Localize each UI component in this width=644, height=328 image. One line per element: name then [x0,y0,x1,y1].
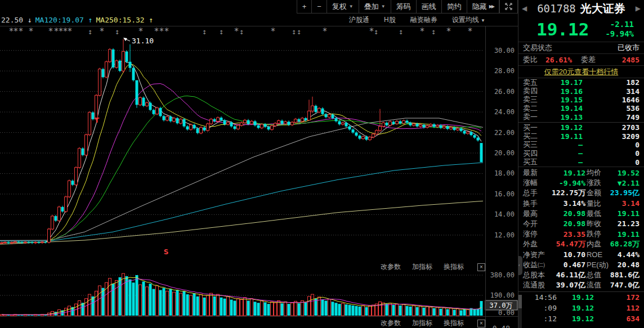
kline-chart[interactable]: 30.0028.0026.0024.0022.0020.0018.0016.00… [0,26,518,260]
toolbar-button-复权[interactable]: 复权▼ [327,0,359,13]
stat-内盘: 内盘68.28万 [585,239,644,249]
stat-value: 747.0亿 [610,280,639,290]
next-indicator-strip: 改参数加指标换指标× 0.48 [0,316,518,328]
link-H股[interactable]: H股 [384,15,396,25]
promo-row: 仅需20元查看十档行情 [518,65,644,78]
svg-text:37.0万: 37.0万 [490,302,513,309]
book-volume: 3209 [583,132,639,141]
tick-volume: 172 [609,293,639,302]
stat-ROE: ROE4.44% [585,249,644,259]
indicator-button-加指标[interactable]: 加指标 [412,318,432,328]
stat-金额: 金额23.95亿 [585,188,644,198]
book-row-卖四[interactable]: 卖四19.16314 [518,87,644,95]
stat-value: 19.11 [618,209,639,218]
price-block: 19.12 -2.11 -9.94% [518,17,644,42]
level2-promo-link[interactable]: 仅需20元查看十档行情 [544,67,618,77]
stat-PE(动): PE(动)20.48 [585,260,644,270]
toolbar-button-叠加[interactable]: 叠加▼ [359,0,391,13]
fullscreen-button[interactable] [499,0,518,13]
toolbar-button-筹码[interactable]: 筹码 [391,0,416,13]
svg-text:*: * [68,26,72,37]
stat-昨收: 昨收21.23 [585,219,644,229]
tick-list[interactable]: 14:5619.12172:0919.12112:1219.12634 [518,291,644,324]
close-indicator-icon[interactable]: × [477,320,485,327]
stat-label: 最低 [587,209,601,219]
volume-chart[interactable]: 380.00190.000.0037.0万 [0,260,518,316]
ma-label: 22.50 ↓ [1,16,32,24]
book-price: 19.17 [542,78,583,87]
book-row-卖二[interactable]: 卖二19.14536 [518,104,644,113]
book-price: — [542,149,583,158]
svg-text:*: * [446,26,451,37]
svg-text:24.00: 24.00 [494,108,515,116]
stat-value: -9.94% [559,179,585,187]
stats-row: 最高20.98最低19.11 [518,209,644,219]
link-沪股通[interactable]: 沪股通 [349,15,369,25]
book-row-卖一[interactable]: 卖一19.13749 [518,113,644,122]
svg-text:31.10: 31.10 [132,37,154,45]
book-volume: 2703 [583,123,639,132]
stat-label: 涨幅 [523,178,538,188]
next-stock-arrow-icon[interactable]: ▶ [636,5,641,12]
svg-text:*: * [138,26,143,37]
stock-code: 601788 [537,2,576,15]
stat-label: 最新 [523,168,538,178]
stat-value: 20.48 [618,260,639,269]
book-volume: 749 [583,113,639,122]
zoom-in-button[interactable]: + [297,0,312,13]
stat-value: 122.75万 [552,188,585,198]
zoom-out-button[interactable]: − [311,0,327,13]
toolbar-button-画线[interactable]: 画线 [416,0,441,13]
book-row-买三[interactable]: 买三—0 [518,141,644,149]
tick-scrollbar[interactable] [518,295,522,328]
svg-text:18.00: 18.00 [494,169,515,177]
svg-text:190.00: 190.00 [490,291,515,299]
dropdown-arrow-icon: ▼ [349,0,354,13]
svg-text:↕: ↕ [431,29,436,35]
stat-value: 39.07亿 [556,280,585,290]
indicator2-toolbar: 改参数加指标换指标× [0,318,485,328]
indicator2-value: 0.48 [493,324,510,328]
toolbar-button-简约[interactable]: 简约 [441,0,467,13]
book-row-买四[interactable]: 买四—0 [518,149,644,158]
stat-最低: 最低19.11 [585,209,644,219]
stat-value: 46.11亿 [556,270,585,280]
prev-stock-arrow-icon[interactable]: ◀ [522,5,527,12]
svg-text:*: * [48,26,53,37]
stat-label: 内盘 [587,239,601,249]
book-row-卖五[interactable]: 卖五19.17182 [518,78,644,87]
weicha-value: 2485 [622,56,639,64]
stat-value: 21.23 [618,219,639,228]
svg-text:*: * [420,26,424,37]
stat-label: 总股本 [523,270,545,280]
stat-value: 23.35 [564,230,585,239]
link-融资融券[interactable]: 融资融券 [410,15,437,25]
stat-流通股: 流通股39.07亿 [518,280,585,290]
book-row-买一[interactable]: 买一19.122703 [518,123,644,132]
svg-text:↕: ↕ [202,29,207,35]
tick-volume: 112 [609,304,639,312]
book-row-买五[interactable]: 买五—0 [518,158,644,167]
stat-value: 19.12 [564,169,585,177]
book-row-卖三[interactable]: 卖三19.151646 [518,96,644,104]
indicator-button-改参数[interactable]: 改参数 [381,318,401,328]
stat-label: 涨停 [523,229,538,239]
toolbar-button-隐藏[interactable]: 隐藏▶▶ [467,0,499,13]
ma-setting-button[interactable]: 设置均线 ▼ [452,15,485,25]
book-label: 买五 [523,157,542,167]
tick-price: 19.12 [557,293,609,302]
tick-time: 14:56 [524,293,557,302]
dropdown-arrow-icon: ▼ [381,0,386,13]
stock-header: ◀ 601788光大证券 ▶ [518,0,644,17]
book-row-买二[interactable]: 买二19.113209 [518,132,644,140]
stat-value: 23.95亿 [610,188,639,198]
stat-label: 量比 [587,199,601,209]
stat-label: 跌停 [587,229,601,239]
panel-collapse-handle[interactable]: ‹ [518,256,522,275]
svg-text:*: * [159,26,164,37]
stat-value: 54.47万 [556,239,585,249]
expand-icon [505,3,512,10]
stock-app-window: + − 复权▼叠加▼筹码画线简约隐藏▶▶ 22.50 ↓MA120:19.07 … [0,0,644,328]
indicator-button-换指标[interactable]: 换指标 [444,318,464,328]
stats-row: 净资产10.70ROE4.44% [518,249,644,259]
